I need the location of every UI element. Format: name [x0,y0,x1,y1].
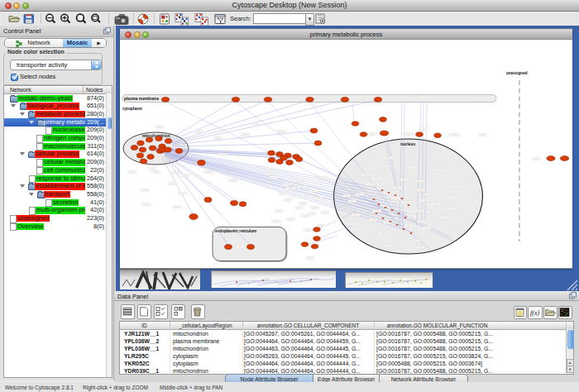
svg-text:unassigned: unassigned [506,71,528,75]
svg-text:cytoplasm: cytoplasm [122,107,142,111]
svg-text:f(x): f(x) [530,309,539,317]
svg-text:nucleus: nucleus [400,142,415,146]
svg-text:endoplasmic reticulum: endoplasmic reticulum [215,229,256,233]
svg-text:plasma membrane: plasma membrane [124,97,159,101]
